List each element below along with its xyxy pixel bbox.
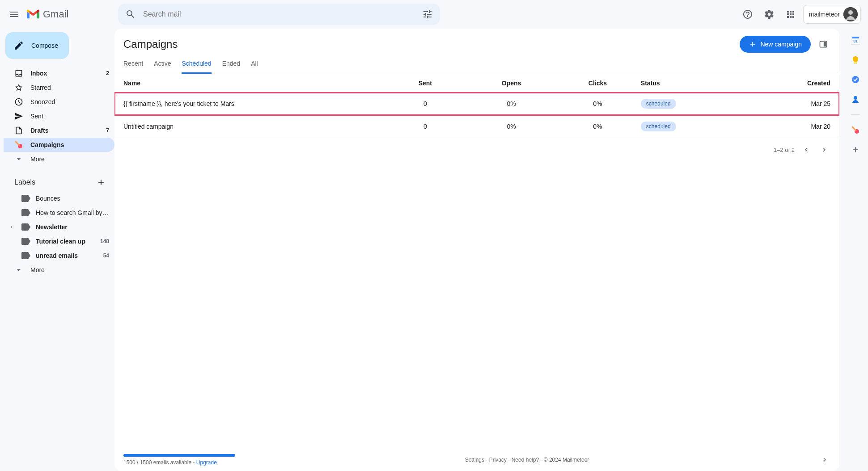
cell-clicks: 0% bbox=[555, 123, 641, 130]
label-item[interactable]: Newsletter bbox=[4, 220, 114, 234]
status-badge: scheduled bbox=[641, 99, 676, 109]
draft-icon bbox=[14, 126, 23, 135]
compose-label: Compose bbox=[31, 42, 58, 49]
chevron-right-icon bbox=[820, 146, 828, 154]
label-item[interactable]: Tutorial clean up148 bbox=[4, 234, 114, 248]
sidebar-item-drafts[interactable]: Drafts7 bbox=[4, 123, 114, 138]
col-sent: Sent bbox=[382, 80, 468, 87]
label-name: How to search Gmail by ... bbox=[36, 209, 109, 216]
col-clicks: Clicks bbox=[555, 80, 641, 87]
footer-expand-button[interactable] bbox=[819, 454, 830, 466]
tab-ended[interactable]: Ended bbox=[222, 60, 240, 74]
panel-toggle-button[interactable] bbox=[816, 37, 830, 51]
prev-page-button[interactable] bbox=[800, 143, 813, 156]
new-campaign-button[interactable]: New campaign bbox=[740, 36, 811, 53]
label-count: 148 bbox=[100, 238, 109, 244]
tab-all[interactable]: All bbox=[251, 60, 258, 74]
label-item[interactable]: Bounces bbox=[4, 191, 114, 206]
table-row[interactable]: Untitled campaign00%0%scheduledMar 20 bbox=[114, 115, 839, 138]
cell-clicks: 0% bbox=[555, 100, 641, 107]
label-tag-icon bbox=[21, 209, 29, 216]
label-item[interactable]: unread emails54 bbox=[4, 248, 114, 263]
add-label-button[interactable] bbox=[95, 176, 107, 189]
cell-sent: 0 bbox=[382, 100, 468, 107]
label-count: 54 bbox=[103, 252, 109, 259]
sidebar-item-campaigns[interactable]: Campaigns bbox=[4, 138, 114, 152]
labels-more[interactable]: More bbox=[4, 263, 114, 277]
hamburger-icon bbox=[9, 9, 20, 20]
sidebar-item-inbox[interactable]: Inbox2 bbox=[4, 66, 114, 80]
sidebar-item-label: Sent bbox=[30, 113, 109, 120]
send-icon bbox=[14, 112, 23, 121]
label-tag-icon bbox=[21, 252, 29, 259]
col-created: Created bbox=[744, 80, 830, 87]
cell-opens: 0% bbox=[468, 123, 555, 130]
label-tag-icon bbox=[21, 223, 29, 231]
help-icon bbox=[742, 9, 753, 20]
tasks-app-icon[interactable] bbox=[851, 75, 860, 84]
contacts-app-icon[interactable] bbox=[851, 95, 860, 104]
support-button[interactable] bbox=[739, 5, 757, 23]
main-content: Campaigns New campaign RecentActiveSched… bbox=[114, 29, 839, 471]
apps-button[interactable] bbox=[782, 5, 800, 23]
mailmeteor-app-icon[interactable] bbox=[851, 126, 860, 135]
svg-text:31: 31 bbox=[853, 39, 858, 43]
cell-status: scheduled bbox=[641, 122, 744, 131]
next-page-button[interactable] bbox=[818, 143, 830, 156]
side-panel-icon bbox=[819, 40, 828, 49]
col-opens: Opens bbox=[468, 80, 555, 87]
chevron-down-icon bbox=[14, 265, 23, 274]
table-row[interactable]: {{ firstname }}, here's your ticket to M… bbox=[114, 93, 839, 115]
chevron-left-icon bbox=[802, 146, 810, 154]
pagination: 1–2 of 2 bbox=[114, 138, 839, 161]
table-header: Name Sent Opens Clicks Status Created bbox=[114, 74, 839, 93]
upgrade-link[interactable]: Upgrade bbox=[196, 459, 217, 466]
sidebar-item-label: Drafts bbox=[30, 127, 99, 134]
cell-status: scheduled bbox=[641, 99, 744, 109]
sidebar-item-label: Campaigns bbox=[30, 141, 109, 148]
tab-scheduled[interactable]: Scheduled bbox=[182, 60, 211, 74]
pagination-text: 1–2 of 2 bbox=[774, 147, 795, 153]
tab-recent[interactable]: Recent bbox=[123, 60, 143, 74]
account-switcher[interactable]: mailmeteor bbox=[803, 5, 861, 24]
pencil-icon bbox=[13, 40, 24, 51]
chevron-right-icon bbox=[821, 456, 829, 464]
calendar-app-icon[interactable]: 31 bbox=[851, 36, 860, 45]
cell-opens: 0% bbox=[468, 100, 555, 107]
sidebar-item-more[interactable]: More bbox=[4, 152, 114, 166]
label-name: Tutorial clean up bbox=[36, 238, 93, 245]
quota-bar bbox=[123, 454, 235, 457]
sidebar-item-sent[interactable]: Sent bbox=[4, 109, 114, 123]
tab-active[interactable]: Active bbox=[154, 60, 171, 74]
chevron-right-icon bbox=[9, 225, 14, 229]
sidebar-item-snoozed[interactable]: Snoozed bbox=[4, 95, 114, 109]
settings-button[interactable] bbox=[760, 5, 778, 23]
gear-icon bbox=[764, 9, 775, 20]
footer-links[interactable]: Settings - Privacy - Need help? - © 2024… bbox=[465, 457, 589, 463]
clock-icon bbox=[14, 97, 23, 106]
keep-app-icon[interactable] bbox=[851, 55, 860, 64]
search-input[interactable] bbox=[140, 10, 419, 18]
label-name: Newsletter bbox=[36, 223, 109, 231]
inbox-icon bbox=[14, 69, 23, 78]
sidebar-item-label: Snoozed bbox=[30, 98, 109, 105]
avatar bbox=[843, 7, 858, 21]
main-menu-button[interactable] bbox=[4, 4, 25, 25]
label-item[interactable]: How to search Gmail by ... bbox=[4, 206, 114, 220]
svg-point-9 bbox=[852, 76, 859, 83]
add-app-button[interactable] bbox=[851, 145, 860, 154]
quota-text: 1500 / 1500 emails available - bbox=[123, 459, 196, 466]
sidebar-item-starred[interactable]: Starred bbox=[4, 80, 114, 95]
search-options-button[interactable] bbox=[419, 5, 436, 23]
svg-point-1 bbox=[848, 10, 853, 15]
svg-point-10 bbox=[854, 96, 857, 100]
compose-button[interactable]: Compose bbox=[5, 32, 69, 59]
search-icon bbox=[125, 9, 136, 20]
label-name: Bounces bbox=[36, 195, 109, 202]
svg-rect-4 bbox=[824, 42, 826, 46]
meteor-icon bbox=[14, 140, 23, 149]
footer: 1500 / 1500 emails available - Upgrade S… bbox=[114, 449, 839, 471]
gmail-logo[interactable]: Gmail bbox=[25, 8, 68, 20]
star-icon bbox=[14, 83, 23, 92]
search-button[interactable] bbox=[122, 5, 140, 23]
